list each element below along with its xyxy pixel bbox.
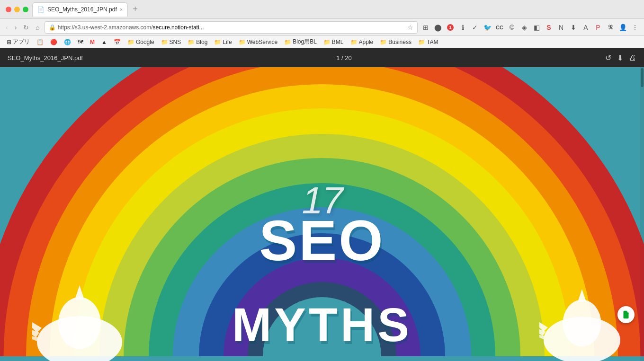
- badge-count: 1: [447, 24, 454, 31]
- s-icon[interactable]: S: [544, 22, 554, 33]
- pdf-content: 17 SEO MYTHS: [0, 67, 644, 361]
- bookmark-item-7[interactable]: 📅: [111, 38, 124, 46]
- layers-icon[interactable]: ◧: [531, 22, 542, 33]
- forward-button[interactable]: ›: [13, 23, 19, 32]
- badge-icon[interactable]: 1: [445, 22, 456, 33]
- folder-label-business: Business: [388, 39, 411, 45]
- bookmark-item-5[interactable]: M: [87, 38, 98, 46]
- extension2-icon[interactable]: ◈: [519, 22, 529, 33]
- unicorn-left: [32, 285, 127, 361]
- bookmark-item-2[interactable]: 🔴: [47, 38, 60, 46]
- home-button[interactable]: ⌂: [34, 23, 41, 32]
- bookmark-star-icon[interactable]: ☆: [407, 24, 413, 31]
- folder-icon-bml: 📁: [323, 39, 331, 45]
- folder-label-blogbl: Blog用BL: [293, 38, 317, 46]
- bookmark-folder-blog[interactable]: 📁 Blog: [185, 38, 210, 46]
- apps-label: アプリ: [13, 38, 30, 46]
- scrollbar-thumb[interactable]: [641, 68, 644, 87]
- bookmark-favicon-2: 🔴: [50, 39, 57, 45]
- folder-icon-webservice: 📁: [239, 39, 246, 45]
- svg-marker-3: [75, 285, 84, 299]
- translate-icon[interactable]: A: [581, 22, 591, 33]
- folder-icon-business: 📁: [380, 39, 387, 45]
- bookmark-folder-sns[interactable]: 📁 SNS: [158, 38, 184, 46]
- bird-icon[interactable]: 🐦: [482, 22, 492, 33]
- pdf-print-button[interactable]: 🖨: [629, 53, 636, 62]
- bookmark-item-6[interactable]: ▲: [98, 38, 110, 46]
- extensions-icon[interactable]: ⊞: [420, 22, 431, 33]
- bookmark-folder-google[interactable]: 📁 Google: [125, 38, 157, 46]
- extension1-icon[interactable]: ©: [507, 22, 517, 33]
- lock-icon: 🔒: [49, 24, 56, 31]
- pdf-actions: ↺ ⬇ 🖨: [605, 53, 636, 62]
- title-bar: 📄 SEO_Myths_2016_JPN.pdf × +: [0, 0, 644, 19]
- folder-icon-life: 📁: [214, 39, 221, 45]
- bookmark-favicon-5: M: [90, 39, 95, 45]
- bookmark-favicon-6: ▲: [101, 39, 107, 45]
- folder-label-bml: BML: [332, 39, 344, 45]
- folder-label-tam: TAM: [427, 39, 438, 45]
- folder-icon-blogbl: 📁: [284, 39, 291, 45]
- bookmark-folder-business[interactable]: 📁 Business: [377, 38, 414, 46]
- maximize-button[interactable]: [23, 7, 28, 12]
- bookmark-folder-life[interactable]: 📁 Life: [211, 38, 234, 46]
- minimize-button[interactable]: [14, 7, 20, 12]
- pdf-seo-text: SEO: [259, 208, 385, 273]
- circle-icon[interactable]: ⬤: [433, 22, 443, 33]
- refresh-button[interactable]: ↻: [21, 23, 31, 32]
- svg-marker-6: [578, 289, 586, 302]
- pocket-icon[interactable]: P: [593, 22, 603, 33]
- pdf-filename: SEO_Myths_2016_JPN.pdf: [8, 54, 83, 62]
- tab-title: SEO_Myths_2016_JPN.pdf: [47, 6, 117, 13]
- bookmark-folder-webservice[interactable]: 📁 WebService: [236, 38, 280, 46]
- traffic-lights: [6, 7, 28, 12]
- pdf-page-info: 1 / 20: [336, 54, 352, 62]
- notion-icon[interactable]: N: [556, 22, 566, 33]
- folder-label-sns: SNS: [170, 39, 181, 45]
- new-tab-button[interactable]: +: [130, 4, 141, 14]
- folder-label-blog: Blog: [196, 39, 207, 45]
- bookmark-folder-blogbl[interactable]: 📁 Blog用BL: [281, 37, 320, 47]
- folder-label-webservice: WebService: [247, 39, 277, 45]
- bookmark-item-4[interactable]: 🗺: [75, 38, 86, 46]
- back-button[interactable]: ‹: [4, 23, 10, 32]
- cc-icon[interactable]: CC: [494, 22, 505, 33]
- svg-point-5: [563, 300, 601, 347]
- pdf-download-button[interactable]: ⬇: [617, 53, 623, 62]
- info-icon[interactable]: ℹ: [457, 22, 468, 33]
- notion2-icon[interactable]: 𝕹: [605, 22, 616, 33]
- bookmark-folder-bml[interactable]: 📁 BML: [321, 38, 347, 46]
- folder-icon-tam: 📁: [418, 39, 425, 45]
- evernote-fab[interactable]: [617, 306, 635, 323]
- bookmarks-apps[interactable]: ⊞ アプリ: [4, 37, 33, 47]
- folder-icon-google: 📁: [127, 39, 134, 45]
- folder-label-google: Google: [136, 39, 154, 45]
- bookmark-favicon-3: 🌐: [64, 39, 71, 45]
- bookmark-folder-tam[interactable]: 📁 TAM: [415, 38, 441, 46]
- evernote-icon: [621, 309, 631, 320]
- folder-label-apple: Apple: [359, 39, 374, 45]
- download2-icon[interactable]: ⬇: [568, 22, 579, 33]
- bookmark-item-1[interactable]: 📋: [34, 38, 46, 46]
- check-icon[interactable]: ✓: [470, 22, 480, 33]
- bookmark-favicon-4: 🗺: [78, 39, 83, 45]
- folder-icon-blog: 📁: [188, 39, 195, 45]
- profile-icon[interactable]: 👤: [617, 22, 628, 33]
- bookmarks-bar: ⊞ アプリ 📋 🔴 🌐 🗺 M ▲ 📅 📁 Google 📁 SNS 📁 Blo…: [0, 36, 644, 48]
- pdf-rotate-button[interactable]: ↺: [605, 53, 611, 62]
- tab-close-button[interactable]: ×: [120, 7, 123, 12]
- folder-icon-apple: 📁: [350, 39, 358, 45]
- unicorn-right: [539, 285, 625, 361]
- bookmark-item-3[interactable]: 🌐: [61, 38, 74, 46]
- pdf-toolbar: SEO_Myths_2016_JPN.pdf 1 / 20 ↺ ⬇ 🖨: [0, 48, 644, 67]
- menu-icon[interactable]: ⋮: [630, 22, 640, 33]
- folder-icon-sns: 📁: [161, 39, 168, 45]
- tab-favicon: 📄: [37, 6, 45, 13]
- pdf-myths-text: MYTHS: [232, 298, 412, 352]
- close-button[interactable]: [6, 7, 11, 12]
- bookmark-favicon-1: 📋: [36, 39, 44, 45]
- bookmark-folder-apple[interactable]: 📁 Apple: [348, 38, 376, 46]
- scrollbar[interactable]: [640, 67, 644, 361]
- url-bar[interactable]: 🔒 https://s3.us-west-2.amazonaws.com/sec…: [45, 21, 418, 34]
- active-tab[interactable]: 📄 SEO_Myths_2016_JPN.pdf ×: [32, 2, 128, 17]
